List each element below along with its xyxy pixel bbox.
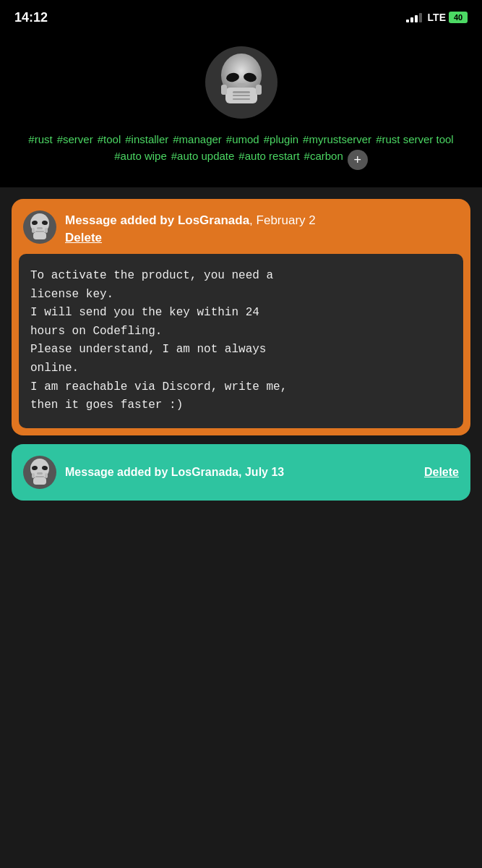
tag-rust-server-tool: #rust server tool — [376, 133, 454, 145]
hero-avatar — [205, 46, 277, 119]
status-bar: 14:12 LTE 40 — [0, 0, 482, 32]
card-header-2: Message added by LosGranada, July 13 Del… — [12, 444, 470, 501]
card-author-name-1: LosGranada — [178, 213, 249, 227]
card-meta-1: Message added by LosGranada, February 2 … — [65, 210, 316, 245]
svg-rect-26 — [45, 473, 48, 478]
battery-level: 40 — [454, 13, 462, 22]
svg-rect-23 — [35, 476, 44, 477]
svg-rect-9 — [256, 85, 262, 95]
svg-rect-8 — [221, 85, 227, 95]
svg-rect-4 — [237, 83, 246, 87]
card-date-2: , July 13 — [238, 466, 284, 478]
card-meta-2: Message added by LosGranada, July 13 — [65, 466, 416, 479]
svg-rect-13 — [37, 227, 43, 229]
tag-umod: #umod — [226, 133, 259, 145]
svg-rect-14 — [35, 231, 44, 232]
card-author-label-2: Message added by — [65, 466, 171, 478]
svg-rect-27 — [33, 477, 46, 485]
tag-auto-restart: #auto restart — [238, 150, 299, 170]
main-content: Message added by LosGranada, February 2 … — [0, 187, 482, 512]
message-body-1: To activate the product, you need a lice… — [19, 254, 463, 428]
message-card-2: Message added by LosGranada, July 13 Del… — [12, 444, 470, 501]
signal-bar-3 — [415, 15, 418, 22]
svg-rect-16 — [32, 228, 35, 233]
card-delete-button-2[interactable]: Delete — [424, 466, 459, 479]
hero-section: #rust #server #tool #installer #manager … — [0, 32, 482, 187]
card-delete-button-1[interactable]: Delete — [65, 231, 316, 245]
battery-icon: 40 — [449, 12, 468, 23]
tag-manager: #manager — [173, 133, 222, 145]
tag-auto-wipe: #auto wipe — [114, 150, 167, 170]
stormtrooper-icon — [209, 50, 274, 115]
more-tags-button[interactable]: + — [348, 150, 368, 170]
tag-myrustserver: #myrustserver — [303, 133, 371, 145]
card-author-name-2: LosGranada — [171, 466, 238, 478]
card-avatar-1 — [23, 210, 56, 244]
svg-rect-22 — [37, 472, 43, 475]
card-date-1: , February 2 — [249, 213, 316, 227]
status-right: LTE 40 — [406, 12, 468, 23]
signal-bar-2 — [410, 17, 413, 22]
tag-plugin: #plugin — [264, 133, 298, 145]
card-author-label-1: Message added by — [65, 213, 178, 227]
card-author-line-1: Message added by LosGranada, February 2 — [65, 213, 316, 228]
status-time: 14:12 — [14, 10, 48, 25]
tag-server: #server — [57, 133, 93, 145]
tag-tool: #tool — [98, 133, 121, 145]
svg-rect-5 — [233, 91, 250, 93]
tag-installer: #installer — [125, 133, 168, 145]
card-header-1: Message added by LosGranada, February 2 … — [12, 199, 470, 254]
lte-label: LTE — [428, 12, 446, 23]
card-author-line-2: Message added by LosGranada, July 13 — [65, 466, 416, 479]
svg-rect-18 — [33, 232, 46, 239]
svg-rect-17 — [45, 228, 48, 233]
tags-container: #rust #server #tool #installer #manager … — [14, 133, 468, 170]
message-text-1: To activate the product, you need a lice… — [30, 267, 452, 415]
signal-bars — [406, 13, 422, 22]
card-avatar-2 — [23, 456, 56, 489]
card-header-row-1: Message added by LosGranada, February 2 … — [23, 210, 459, 245]
svg-rect-7 — [233, 98, 250, 100]
tag-auto-update: #auto update — [171, 150, 235, 170]
message-card-1: Message added by LosGranada, February 2 … — [12, 199, 470, 435]
signal-bar-1 — [406, 20, 409, 22]
tag-rust: #rust — [28, 133, 52, 145]
tag-carbon: #carbon — [304, 150, 343, 170]
svg-rect-6 — [233, 95, 250, 96]
signal-bar-4 — [419, 13, 422, 22]
svg-rect-25 — [32, 473, 35, 478]
